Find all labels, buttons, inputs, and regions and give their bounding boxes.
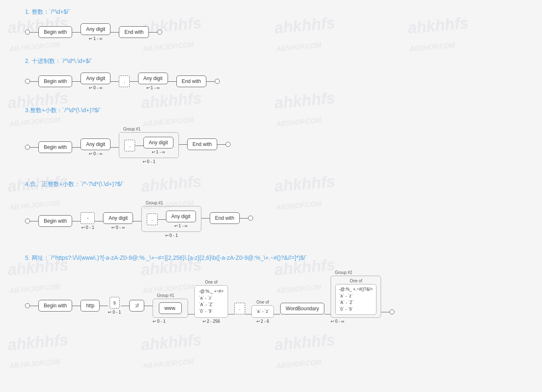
section-4-diagram-area: Begin with - ↩ 0 - 1 Any digit ↩ 0 - ∞ G… — [25, 201, 517, 238]
section-2-diagram: Begin with Any digit ↩ 0 - ∞ . Any digit… — [25, 73, 517, 90]
end-with-node: End with — [119, 26, 149, 38]
any-digit-node-2: Any digit — [138, 73, 168, 84]
oneof3-label: One of — [335, 279, 376, 283]
group2-wrapper: Group #2 One of -@:%_ +.~#()?&/= `a` - `… — [331, 270, 381, 324]
start-circle — [25, 219, 30, 224]
section-3-diagram-area: Begin with Any digit ↩ 0 - ∞ Group #1 . — [25, 127, 517, 164]
group1-www: Group #1 www. ↩ 0 - 1 — [153, 293, 188, 324]
repeat-label2: ↩ 1 - ∞ — [174, 224, 188, 228]
section-3-title: 3.整数+小数：`/^\d*(\.\d+)?$/` — [25, 107, 517, 114]
oneof2-wrapper: One of `a` - `z` ↩ 2 - 6 — [251, 300, 274, 324]
wordboundary-wrapper: WordBoundary — [280, 303, 324, 314]
line — [30, 81, 38, 82]
line — [130, 81, 138, 82]
begin-with-node: Begin with — [38, 75, 72, 87]
oneof3-line3: `A` - `Z` — [339, 299, 373, 306]
section-5-end — [381, 309, 394, 314]
line — [188, 314, 194, 314]
www-node: www. — [159, 302, 182, 314]
section-3-right: End with — [179, 138, 231, 150]
oneof3-line2: `a` - `z` — [339, 293, 373, 299]
s-wrapper: s ↩ 0 - 1 — [108, 297, 121, 314]
any-digit-wrapper-1: Any digit ↩ 0 - ∞ — [80, 73, 110, 90]
group1-box: . Any digit ↩ 1 - ∞ — [119, 132, 178, 158]
any-digit-node2: Any digit — [166, 211, 196, 222]
group1-container: Group #1 . Any digit ↩ 1 - ∞ ↩ 0 - 1 — [119, 127, 178, 164]
any-digit-wrapper: Any digit ↩ 1 - ∞ — [80, 23, 110, 41]
section-3: 3.整数+小数：`/^\d*(\.\d+)?$/` Begin with Any… — [25, 107, 517, 164]
oneof1-line2: `a` - `z` — [199, 295, 223, 302]
line — [201, 218, 210, 219]
end-circle — [248, 216, 253, 221]
begin-with-wrapper: Begin with — [38, 75, 72, 87]
group2-repeat: ↩ 0 - ∞ — [331, 319, 344, 324]
group2-label: Group #2 — [335, 270, 352, 275]
line — [72, 221, 80, 221]
begin-with-node: Begin with — [38, 141, 72, 153]
start-circle — [25, 303, 30, 308]
begin-with-node: Begin with — [38, 300, 72, 312]
dot-node: . — [124, 140, 135, 151]
oneof2-box: `a` - `z` — [251, 305, 274, 318]
line — [240, 218, 248, 219]
dot-node: . — [119, 75, 129, 87]
section-4-right: End with — [201, 212, 253, 224]
begin-with-node: Begin with — [38, 26, 72, 38]
begin-with-wrapper: Begin with — [38, 215, 72, 227]
line — [72, 306, 80, 306]
line — [135, 146, 143, 146]
repeat-label: ↩ 1 - ∞ — [89, 36, 102, 41]
oneof1-repeat: ↩ 2 - 256 — [203, 319, 220, 324]
any-digit-wrapper: Any digit ↩ 0 - ∞ — [103, 212, 133, 230]
line — [228, 314, 234, 314]
line — [95, 221, 103, 221]
oneof1-line3: `A` - `Z` — [199, 302, 223, 308]
section-4-title: 4.负、正整数+小数：`/^-?\d*(\.\d+)?$/` — [25, 181, 517, 188]
section-1-title: 1. 整数：`/^\d+$/` — [25, 8, 517, 16]
repeat-label-s: ↩ 0 - 1 — [108, 310, 121, 314]
dot-section: . — [234, 303, 245, 314]
line — [110, 32, 119, 33]
oneof1-line4: `0` - `9` — [199, 308, 223, 315]
section-4: 4.负、正整数+小数：`/^-?\d*(\.\d+)?$/` Begin wit… — [25, 181, 517, 238]
section-5-title: 5. 网址：`/^https?:\/\/(www\.)?[-a-zA-Z0-9@… — [25, 254, 517, 262]
group1-repeat: ↩ 0 - 1 — [143, 159, 156, 164]
end-with-node: End with — [176, 75, 206, 87]
oneof3-box: -@:%_ +.~#()?&/= `a` - `z` `A` - `Z` `0`… — [335, 284, 376, 315]
repeat-label-1: ↩ 0 - ∞ — [89, 85, 102, 90]
end-circle — [157, 30, 162, 35]
repeat-label: ↩ 0 - ∞ — [89, 151, 102, 156]
group1-container: Group #1 . Any digit ↩ 1 - ∞ ↩ 0 - 1 — [141, 201, 201, 238]
end-with-wrapper: End with — [176, 75, 206, 87]
line — [110, 147, 119, 148]
line — [245, 314, 251, 314]
end-with-node: End with — [187, 138, 217, 150]
start-circle — [25, 145, 30, 150]
oneof1-label: One of — [205, 280, 218, 284]
any-digit-node2: Any digit — [143, 137, 173, 148]
group1-www-repeat: ↩ 0 - 1 — [153, 319, 166, 324]
section-5: 5. 网址：`/^https?:\/\/(www\.)?[-a-zA-Z0-9@… — [25, 254, 517, 327]
dot-wrapper: . — [147, 214, 157, 225]
section-1: 1. 整数：`/^\d+$/` Begin with Any digit ↩ 1… — [25, 8, 517, 41]
wordboundary-section: WordBoundary — [280, 303, 324, 314]
any-digit-wrapper2: Any digit ↩ 1 - ∞ — [166, 211, 196, 228]
colon-node: :// — [129, 300, 144, 312]
line — [324, 314, 331, 314]
line — [72, 81, 80, 82]
end-with-wrapper: End with — [119, 26, 149, 38]
oneof3-line1: -@:%_ +.~#()?&/= — [339, 286, 373, 293]
line — [381, 312, 389, 312]
dot-wrapper: . — [124, 140, 135, 151]
section-2-title: 2. 十进制数：`/^\d*\.\d+$/` — [25, 58, 517, 65]
end-with-wrapper: End with — [187, 138, 217, 150]
section-4-left: Begin with - ↩ 0 - 1 Any digit ↩ 0 - ∞ — [25, 212, 141, 230]
group1-label: Group #1 — [123, 127, 141, 131]
section-5-basic: Begin with http s ↩ 0 - 1 :// — [25, 297, 153, 314]
group1-inner: . Any digit ↩ 1 - ∞ — [147, 211, 196, 228]
group1-www-label: Group #1 — [157, 293, 174, 298]
any-digit-wrapper2: Any digit ↩ 1 - ∞ — [143, 137, 173, 154]
dot-node: . — [147, 214, 157, 225]
line — [30, 32, 38, 33]
dash-node: - — [80, 212, 95, 224]
